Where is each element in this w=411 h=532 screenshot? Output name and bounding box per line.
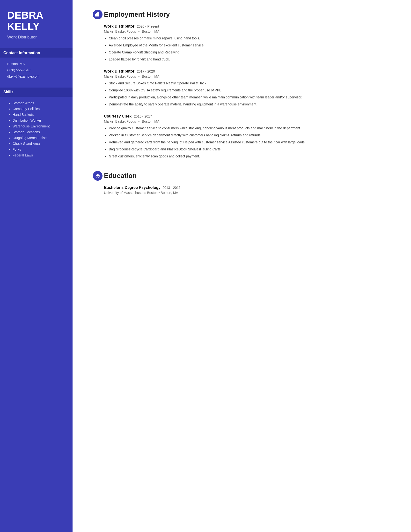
skill-item: Federal Laws: [13, 153, 65, 157]
employment-section-title: Employment History: [104, 10, 399, 18]
skills-section: Storage AreasCompany PoliciesHand Basket…: [7, 101, 65, 157]
bullet-item: Complied 100% with OSHA safety requireme…: [109, 88, 399, 93]
bullet-item: Loaded flatbed by forklift and hand truc…: [109, 57, 399, 62]
skill-item: Distribution Worker: [13, 118, 65, 122]
job-company: Market Basket Foods • Boston, MA: [104, 75, 399, 78]
bullet-item: Stock and Secure Boxes Onto Pallets Neat…: [109, 81, 399, 86]
skill-item: Storage Locations: [13, 130, 65, 134]
bullet-item: Clean or oil presses or make minor repai…: [109, 36, 399, 41]
edu-dates: 2013 - 2016: [162, 186, 181, 190]
skill-item: Hand Baskets: [13, 113, 65, 116]
sidebar: DEBRA KELLY Work Distributor Contact Inf…: [0, 0, 73, 532]
job-title: Work Distributor: [104, 24, 134, 28]
main-content: Employment History Work Distributor2020 …: [73, 0, 411, 532]
skills-list: Storage AreasCompany PoliciesHand Basket…: [7, 101, 65, 157]
bullet-item: Retrieved and gathered carts from the pa…: [109, 140, 399, 145]
job-bullets: Provide quality customer service to cons…: [104, 126, 399, 159]
skills-section-label: Skills: [0, 87, 73, 97]
edu-block: Bachelor's Degree Psychology2013 - 2016U…: [104, 185, 399, 195]
candidate-name: DEBRA KELLY: [7, 10, 65, 32]
edu-container: Bachelor's Degree Psychology2013 - 2016U…: [104, 185, 399, 195]
job-bullets: Clean or oil presses or make minor repai…: [104, 36, 399, 62]
education-section: Education Bachelor's Degree Psychology20…: [85, 171, 399, 195]
contact-section-label: Contact Information: [0, 48, 73, 57]
skill-item: Check Stand Area: [13, 142, 65, 146]
employment-section: Employment History Work Distributor2020 …: [85, 10, 399, 159]
edu-school: University of Massachusetts Boston • Bos…: [104, 191, 399, 195]
skill-item: Outgoing Merchandise: [13, 136, 65, 140]
job-block: Work Distributor2020 - PresentMarket Bas…: [104, 24, 399, 62]
job-dates: 2020 - Present: [137, 24, 159, 28]
bullet-item: Operate Clamp Forklift Shipping and Rece…: [109, 50, 399, 55]
education-icon: [93, 171, 103, 181]
bullet-item: Bag GroceriesRecycle Cardboard and Plast…: [109, 147, 399, 152]
skill-item: Forks: [13, 148, 65, 151]
education-section-title: Education: [104, 171, 399, 180]
contact-city: Boston, MA: [7, 62, 65, 66]
jobs-container: Work Distributor2020 - PresentMarket Bas…: [104, 24, 399, 159]
job-bullets: Stock and Secure Boxes Onto Pallets Neat…: [104, 81, 399, 107]
employment-icon: [93, 10, 103, 19]
bullet-item: Participated in daily production, alongs…: [109, 95, 399, 100]
job-title: Courtesy Clerk: [104, 114, 131, 118]
contact-phone: (770) 555-7510: [7, 68, 65, 72]
candidate-title: Work Distributor: [7, 35, 65, 40]
job-block: Courtesy Clerk2016 - 2017Market Basket F…: [104, 114, 399, 159]
bullet-item: Demonstrate the ability to safely operat…: [109, 102, 399, 107]
skill-item: Warehouse Environment: [13, 124, 65, 128]
job-company: Market Basket Foods • Boston, MA: [104, 29, 399, 33]
contact-email: dkelly@example.com: [7, 75, 65, 78]
skill-item: Company Policies: [13, 107, 65, 111]
bullet-item: Awarded Employee of the Month for excell…: [109, 43, 399, 48]
edu-degree: Bachelor's Degree Psychology: [104, 185, 160, 190]
job-title: Work Distributor: [104, 69, 134, 74]
job-dates: 2017 - 2020: [137, 69, 155, 73]
job-dates: 2016 - 2017: [134, 114, 152, 118]
job-block: Work Distributor2017 - 2020Market Basket…: [104, 69, 399, 107]
bullet-item: Worked in Customer Service department di…: [109, 133, 399, 138]
skill-item: Storage Areas: [13, 101, 65, 105]
job-company: Market Basket Foods • Boston, MA: [104, 119, 399, 123]
bullet-item: Greet customers, efficiently scan goods …: [109, 154, 399, 159]
bullet-item: Provide quality customer service to cons…: [109, 126, 399, 131]
